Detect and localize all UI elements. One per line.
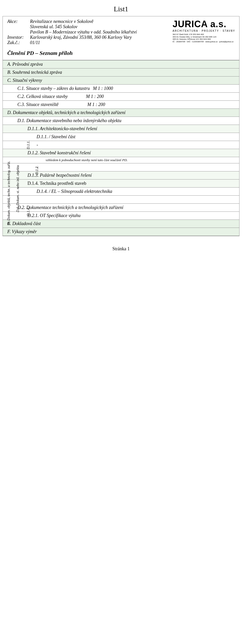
section-c3: C.3. Situace staveniště M 1 : 200 <box>3 100 239 109</box>
vertical-labels-area: D. Dokum. objektů, techn. a technolog. z… <box>3 117 239 220</box>
section-c2-scale: M 1 : 200 <box>86 94 104 99</box>
section-c: C. Situační výkresy <box>3 76 239 84</box>
logo-addr4: IČ : 26384705 · DIČ : CZ26384705 · www.j… <box>173 41 234 43</box>
zak-label: Zak.č.: <box>7 40 30 45</box>
akce-line3: Pavilon B – Modernizace výtahu v odd. So… <box>30 29 168 35</box>
section-f: F. Výkazy výměr <box>3 228 239 236</box>
section-d11: D.1.1. Architektonicko-stavební řešení <box>3 125 239 133</box>
logo-addr3: 395 01 Sokolov, KŘížova 121 352 624 093 <box>173 38 234 41</box>
vert-d14: D.1.4. <box>26 207 31 216</box>
section-c2: C.2. Celková situace stavby M 1 : 200 <box>3 92 239 100</box>
investor-text: Karlovarský kraj, Závodní 353/88, 360 06… <box>30 35 168 40</box>
vert-d: D. Dokum. objektů, techn. a technolog. z… <box>7 161 11 225</box>
investor-label: Investor: <box>7 35 30 40</box>
section-d1: D.1. Dokumentace stavebního nebo inženýr… <box>3 117 239 125</box>
bottom-border <box>3 236 239 236</box>
section-d14: D.1.4. Technika prostředí staveb <box>3 179 239 187</box>
section-c2-text: C.2. Celková situace stavby <box>17 94 68 99</box>
logo-addr2: 393 01 Česká Olův, U Smečrach 93 392 895… <box>173 36 234 38</box>
section-d12-note: vzhledem k jednoduchosti stavby není tat… <box>3 157 239 163</box>
subtitle: Členění PD – Seznam příloh <box>3 48 239 60</box>
section-d2: D.2. Dokumentace technických a technolog… <box>3 203 239 211</box>
section-c3-scale: M 1 : 200 <box>87 102 105 107</box>
akce-label: Akce: <box>7 19 30 24</box>
section-d21: D.2.1. OT Specifikace výtahu <box>3 211 239 220</box>
section-b: B. Souhrnná technická zpráva <box>3 68 239 76</box>
blank-row-1 <box>3 195 239 203</box>
akce-line1: Revitalizace nemocnice v Sokolově <box>30 19 168 24</box>
page-footer: Stránka 1 <box>0 236 242 254</box>
section-a: A. Průvodní zpráva <box>3 60 239 68</box>
akce-line2: Slovenská ul. 545 Sokolov <box>30 24 168 29</box>
subtitle-text: Členění PD – Seznam příloh <box>7 50 73 56</box>
section-e: E. Dokladová část <box>3 220 239 228</box>
section-c1: C.1. Situace stavby – zákres do katastru… <box>3 84 239 92</box>
logo-name: JURICA a.s. <box>173 19 227 29</box>
logo-addr1: 362 67 Radl Dvůr 178 353 844 402 <box>173 33 234 36</box>
dash-1: - <box>3 141 239 149</box>
vert-d12: D.1.2. <box>35 166 39 174</box>
section-d111: D.1.1. / Stavební část <box>3 133 239 141</box>
logo-sub: ARCHITEKTURA · PROJEKTY · STAVBY <box>173 29 235 32</box>
sheet-title: List1 <box>0 0 242 16</box>
section-c3-text: C.3. Situace staveniště <box>17 102 58 107</box>
header-block: Akce: Revitalizace nemocnice v Sokolově … <box>3 16 173 48</box>
section-d: D. Dokumentace objektů, technických a te… <box>3 109 239 117</box>
section-d12: D.1.2. Stavebně konstrukční řešení <box>3 149 239 157</box>
section-c1-scale: M 1 : 1000 <box>93 86 113 91</box>
logo: JURICA a.s. ARCHITEKTURA · PROJEKTY · ST… <box>173 16 239 48</box>
section-c1-text: C.1. Situace stavby – zákres do katastru <box>17 86 90 91</box>
vert-d11: D.1.1. <box>26 140 31 149</box>
section-d14-el: D.1.4. / EL – Silnoproudá elektrotechnik… <box>3 187 239 195</box>
vert-d1: D.1. Dokum. st. nebo inž. objektu <box>16 165 20 212</box>
document-outer: Akce: Revitalizace nemocnice v Sokolově … <box>3 16 239 236</box>
zak-text: 01/11 <box>30 40 168 45</box>
